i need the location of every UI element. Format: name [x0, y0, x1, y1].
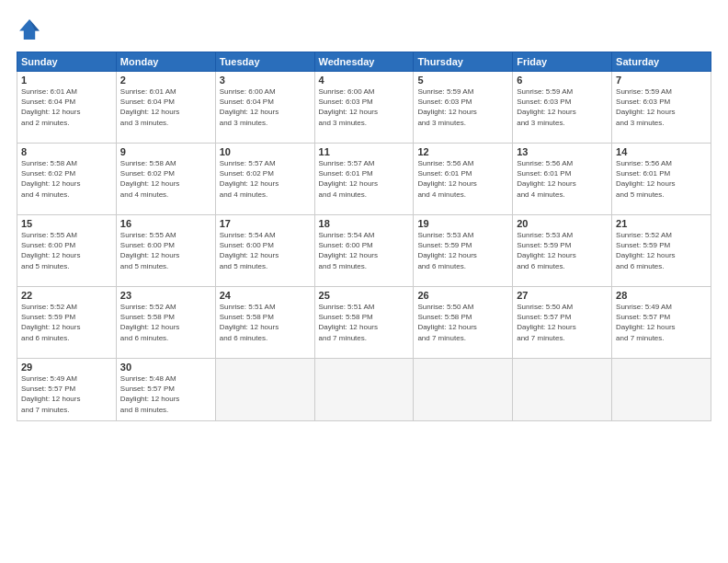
day-info: Sunrise: 5:58 AM Sunset: 6:02 PM Dayligh… [21, 158, 112, 200]
day-info: Sunrise: 5:59 AM Sunset: 6:03 PM Dayligh… [517, 86, 608, 128]
calendar-day-cell: 30Sunrise: 5:48 AM Sunset: 5:57 PM Dayli… [116, 359, 215, 421]
calendar-table: SundayMondayTuesdayWednesdayThursdayFrid… [17, 52, 711, 421]
calendar-week-row: 1Sunrise: 6:01 AM Sunset: 6:04 PM Daylig… [17, 72, 711, 144]
day-number: 14 [616, 146, 707, 157]
day-info: Sunrise: 5:57 AM Sunset: 6:02 PM Dayligh… [220, 158, 311, 200]
calendar-day-cell: 10Sunrise: 5:57 AM Sunset: 6:02 PM Dayli… [215, 144, 314, 215]
day-number: 29 [21, 362, 112, 373]
weekday-header-monday: Monday [116, 52, 215, 72]
weekday-header-friday: Friday [513, 52, 612, 72]
logo [17, 17, 46, 42]
day-number: 20 [517, 218, 608, 229]
calendar-day-cell: 20Sunrise: 5:53 AM Sunset: 5:59 PM Dayli… [513, 215, 612, 287]
calendar-page: SundayMondayTuesdayWednesdayThursdayFrid… [0, 0, 728, 563]
day-number: 28 [616, 290, 707, 301]
day-number: 30 [120, 362, 211, 373]
day-number: 19 [417, 218, 508, 229]
day-number: 11 [319, 146, 410, 157]
day-info: Sunrise: 6:00 AM Sunset: 6:04 PM Dayligh… [220, 86, 311, 128]
calendar-day-cell: 22Sunrise: 5:52 AM Sunset: 5:59 PM Dayli… [17, 287, 117, 359]
calendar-day-cell [215, 359, 314, 421]
day-info: Sunrise: 5:52 AM Sunset: 5:59 PM Dayligh… [616, 230, 707, 271]
calendar-week-row: 8Sunrise: 5:58 AM Sunset: 6:02 PM Daylig… [17, 144, 711, 215]
calendar-day-cell: 14Sunrise: 5:56 AM Sunset: 6:01 PM Dayli… [612, 144, 711, 215]
day-info: Sunrise: 5:54 AM Sunset: 6:00 PM Dayligh… [220, 230, 311, 271]
day-info: Sunrise: 5:59 AM Sunset: 6:03 PM Dayligh… [616, 86, 707, 128]
calendar-day-cell: 29Sunrise: 5:49 AM Sunset: 5:57 PM Dayli… [17, 359, 117, 421]
day-info: Sunrise: 5:55 AM Sunset: 6:00 PM Dayligh… [21, 230, 112, 271]
calendar-day-cell: 27Sunrise: 5:50 AM Sunset: 5:57 PM Dayli… [513, 287, 612, 359]
calendar-day-cell [414, 359, 513, 421]
day-number: 7 [616, 75, 707, 86]
calendar-day-cell: 3Sunrise: 6:00 AM Sunset: 6:04 PM Daylig… [215, 72, 314, 144]
calendar-day-cell [612, 359, 711, 421]
day-info: Sunrise: 5:51 AM Sunset: 5:58 PM Dayligh… [220, 302, 311, 343]
day-info: Sunrise: 6:01 AM Sunset: 6:04 PM Dayligh… [21, 86, 112, 128]
day-number: 8 [21, 146, 112, 157]
calendar-day-cell: 18Sunrise: 5:54 AM Sunset: 6:00 PM Dayli… [314, 215, 414, 287]
calendar-week-row: 15Sunrise: 5:55 AM Sunset: 6:00 PM Dayli… [17, 215, 711, 287]
day-info: Sunrise: 5:52 AM Sunset: 5:59 PM Dayligh… [21, 302, 112, 343]
calendar-day-cell [314, 359, 414, 421]
day-info: Sunrise: 6:00 AM Sunset: 6:03 PM Dayligh… [319, 86, 410, 128]
calendar-day-cell: 13Sunrise: 5:56 AM Sunset: 6:01 PM Dayli… [513, 144, 612, 215]
calendar-day-cell: 5Sunrise: 5:59 AM Sunset: 6:03 PM Daylig… [414, 72, 513, 144]
weekday-header-saturday: Saturday [612, 52, 711, 72]
calendar-day-cell: 7Sunrise: 5:59 AM Sunset: 6:03 PM Daylig… [612, 72, 711, 144]
calendar-day-cell: 24Sunrise: 5:51 AM Sunset: 5:58 PM Dayli… [215, 287, 314, 359]
day-number: 26 [417, 290, 508, 301]
day-info: Sunrise: 5:58 AM Sunset: 6:02 PM Dayligh… [120, 158, 211, 200]
day-number: 5 [417, 75, 508, 86]
calendar-day-cell: 28Sunrise: 5:49 AM Sunset: 5:57 PM Dayli… [612, 287, 711, 359]
calendar-week-row: 29Sunrise: 5:49 AM Sunset: 5:57 PM Dayli… [17, 359, 711, 421]
day-info: Sunrise: 5:49 AM Sunset: 5:57 PM Dayligh… [21, 373, 112, 415]
day-number: 21 [616, 218, 707, 229]
day-info: Sunrise: 5:52 AM Sunset: 5:58 PM Dayligh… [120, 302, 211, 343]
day-number: 9 [120, 146, 211, 157]
day-info: Sunrise: 5:55 AM Sunset: 6:00 PM Dayligh… [120, 230, 211, 271]
day-info: Sunrise: 6:01 AM Sunset: 6:04 PM Dayligh… [120, 86, 211, 128]
day-number: 1 [21, 75, 112, 86]
day-number: 17 [220, 218, 311, 229]
day-number: 6 [517, 75, 608, 86]
calendar-day-cell: 21Sunrise: 5:52 AM Sunset: 5:59 PM Dayli… [612, 215, 711, 287]
day-number: 23 [120, 290, 211, 301]
day-number: 16 [120, 218, 211, 229]
day-info: Sunrise: 5:54 AM Sunset: 6:00 PM Dayligh… [319, 230, 410, 271]
day-number: 25 [319, 290, 410, 301]
day-number: 3 [220, 75, 311, 86]
day-number: 24 [220, 290, 311, 301]
day-number: 10 [220, 146, 311, 157]
calendar-day-cell: 8Sunrise: 5:58 AM Sunset: 6:02 PM Daylig… [17, 144, 117, 215]
calendar-day-cell: 11Sunrise: 5:57 AM Sunset: 6:01 PM Dayli… [314, 144, 414, 215]
day-number: 4 [319, 75, 410, 86]
day-info: Sunrise: 5:56 AM Sunset: 6:01 PM Dayligh… [616, 158, 707, 200]
calendar-day-cell: 1Sunrise: 6:01 AM Sunset: 6:04 PM Daylig… [17, 72, 117, 144]
day-number: 12 [417, 146, 508, 157]
calendar-day-cell: 15Sunrise: 5:55 AM Sunset: 6:00 PM Dayli… [17, 215, 117, 287]
day-number: 22 [21, 290, 112, 301]
day-number: 2 [120, 75, 211, 86]
calendar-day-cell [513, 359, 612, 421]
weekday-header-row: SundayMondayTuesdayWednesdayThursdayFrid… [17, 52, 711, 72]
page-header [17, 17, 711, 42]
day-info: Sunrise: 5:48 AM Sunset: 5:57 PM Dayligh… [120, 373, 211, 415]
day-info: Sunrise: 5:50 AM Sunset: 5:58 PM Dayligh… [417, 302, 508, 343]
day-info: Sunrise: 5:51 AM Sunset: 5:58 PM Dayligh… [319, 302, 410, 343]
calendar-day-cell: 26Sunrise: 5:50 AM Sunset: 5:58 PM Dayli… [414, 287, 513, 359]
day-info: Sunrise: 5:57 AM Sunset: 6:01 PM Dayligh… [319, 158, 410, 200]
weekday-header-tuesday: Tuesday [215, 52, 314, 72]
weekday-header-wednesday: Wednesday [314, 52, 414, 72]
weekday-header-thursday: Thursday [414, 52, 513, 72]
calendar-day-cell: 6Sunrise: 5:59 AM Sunset: 6:03 PM Daylig… [513, 72, 612, 144]
calendar-day-cell: 19Sunrise: 5:53 AM Sunset: 5:59 PM Dayli… [414, 215, 513, 287]
calendar-day-cell: 17Sunrise: 5:54 AM Sunset: 6:00 PM Dayli… [215, 215, 314, 287]
calendar-day-cell: 23Sunrise: 5:52 AM Sunset: 5:58 PM Dayli… [116, 287, 215, 359]
calendar-day-cell: 4Sunrise: 6:00 AM Sunset: 6:03 PM Daylig… [314, 72, 414, 144]
logo-icon [17, 17, 42, 42]
day-info: Sunrise: 5:56 AM Sunset: 6:01 PM Dayligh… [417, 158, 508, 200]
calendar-day-cell: 12Sunrise: 5:56 AM Sunset: 6:01 PM Dayli… [414, 144, 513, 215]
weekday-header-sunday: Sunday [17, 52, 117, 72]
calendar-day-cell: 2Sunrise: 6:01 AM Sunset: 6:04 PM Daylig… [116, 72, 215, 144]
day-number: 18 [319, 218, 410, 229]
